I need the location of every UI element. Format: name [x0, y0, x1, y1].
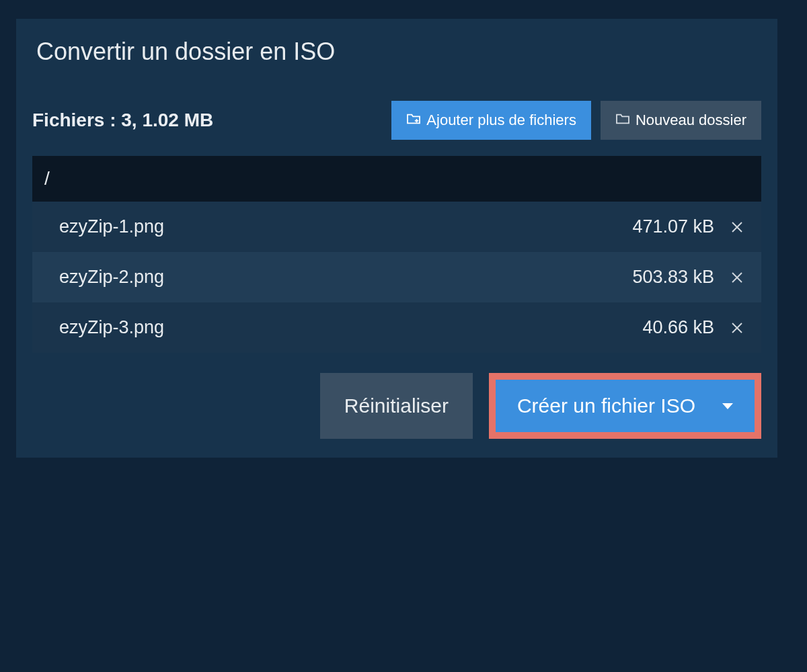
caret-down-icon — [722, 403, 733, 409]
tab-convert-folder-to-iso[interactable]: Convertir un dossier en ISO — [16, 19, 362, 85]
reset-label: Réinitialiser — [344, 394, 449, 417]
file-list: / ezyZip-1.png471.07 kBezyZip-2.png503.8… — [32, 156, 761, 353]
converter-panel: Convertir un dossier en ISO Fichiers : 3… — [16, 19, 777, 458]
folder-icon — [615, 112, 630, 129]
files-summary-count: 3, — [121, 110, 137, 130]
add-more-files-label: Ajouter plus de fichiers — [426, 112, 576, 129]
new-folder-button[interactable]: Nouveau dossier — [601, 101, 761, 140]
folder-add-icon — [406, 112, 421, 129]
new-folder-label: Nouveau dossier — [636, 112, 746, 129]
path-text: / — [44, 168, 50, 189]
create-iso-button[interactable]: Créer un fichier ISO — [496, 380, 755, 432]
files-summary-label: Fichiers : — [32, 110, 116, 130]
files-summary-size: 1.02 MB — [142, 110, 213, 130]
remove-file-button[interactable] — [729, 219, 745, 235]
file-row: ezyZip-1.png471.07 kB — [32, 202, 761, 252]
tab-title: Convertir un dossier en ISO — [36, 38, 335, 65]
create-iso-highlight: Créer un fichier ISO — [489, 373, 761, 439]
file-row: ezyZip-3.png40.66 kB — [32, 302, 761, 353]
file-name: ezyZip-3.png — [59, 317, 164, 338]
footer-row: Réinitialiser Créer un fichier ISO — [32, 353, 761, 439]
remove-file-button[interactable] — [729, 269, 745, 286]
file-size: 471.07 kB — [632, 216, 714, 237]
files-summary: Fichiers : 3, 1.02 MB — [32, 110, 213, 131]
current-path[interactable]: / — [32, 156, 761, 202]
toolbar-row: Fichiers : 3, 1.02 MB Ajouter pl — [32, 85, 761, 156]
file-name: ezyZip-2.png — [59, 267, 164, 288]
file-size: 503.83 kB — [632, 267, 714, 288]
reset-button[interactable]: Réinitialiser — [320, 373, 473, 439]
file-size: 40.66 kB — [642, 317, 714, 338]
file-row: ezyZip-2.png503.83 kB — [32, 252, 761, 302]
file-name: ezyZip-1.png — [59, 216, 164, 237]
remove-file-button[interactable] — [729, 320, 745, 336]
create-iso-label: Créer un fichier ISO — [517, 394, 695, 417]
add-more-files-button[interactable]: Ajouter plus de fichiers — [391, 101, 591, 140]
